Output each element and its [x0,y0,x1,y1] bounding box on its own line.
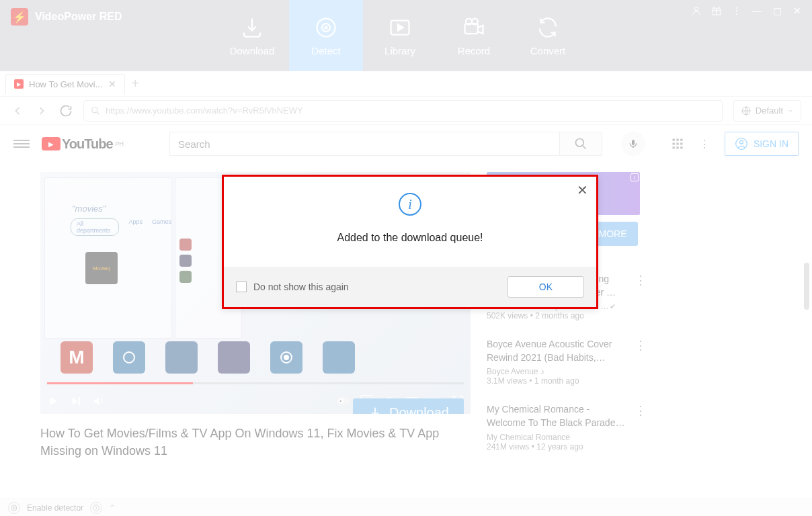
ok-button[interactable]: OK [508,276,584,298]
modal-footer: Do not show this again OK [224,267,596,307]
modal-highlight-frame: ✕ i Added to the download queue! Do not … [222,175,598,309]
modal-close-button[interactable]: ✕ [577,182,588,198]
info-modal: ✕ i Added to the download queue! Do not … [224,177,596,307]
dont-show-checkbox[interactable] [236,282,247,292]
modal-message: Added to the download queue! [224,222,596,267]
dont-show-label: Do not show this again [253,282,501,292]
info-icon: i [399,193,421,216]
modal-header: ✕ i [224,177,596,222]
